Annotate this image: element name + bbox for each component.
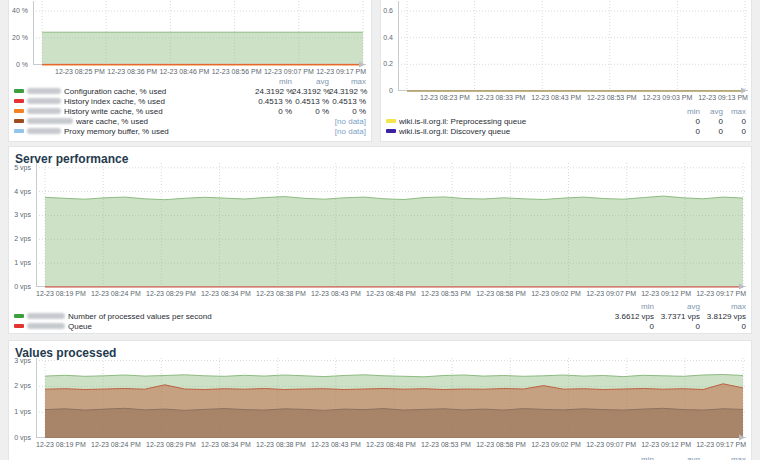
series-max: 0 xyxy=(700,322,746,331)
series-max: [no data] xyxy=(329,117,366,126)
legend-row: wiki.is-il.org.il: Discovery queue 0 0 0 xyxy=(386,126,746,136)
y-axis-labels: 0.60.40.20 xyxy=(361,1,393,91)
series-label: wiki.is-il.org.il: Discovery queue xyxy=(399,127,677,136)
series-min: 0 % xyxy=(255,107,292,116)
series-label: Queue xyxy=(68,322,608,331)
series-max: 3.8129 vps xyxy=(700,312,746,321)
series-max: 0 % xyxy=(329,107,366,116)
series-min: 0 xyxy=(677,127,700,136)
min-header: min xyxy=(608,302,654,311)
widget-server-performance: Server performance 5 vps4 vps3 vps2 vps1… xyxy=(8,146,752,334)
redacted-host-name xyxy=(27,88,61,94)
legend: min avg max Number of processed values p… xyxy=(14,302,746,331)
cache-usage-plot xyxy=(33,1,366,65)
series-label: ware cache, % used xyxy=(76,117,255,126)
x-axis-labels: 12-23 08:19 PM12-23 08:24 PM12-23 08:29 … xyxy=(36,441,746,448)
avg-header: avg xyxy=(654,302,700,311)
legend-row: History write cache, % used 0 % 0 % 0 % xyxy=(14,106,366,116)
series-marker xyxy=(14,89,24,93)
min-header: min xyxy=(608,455,654,460)
series-label: Proxy memory buffer, % used xyxy=(64,127,255,136)
series-marker xyxy=(386,129,396,133)
series-marker xyxy=(14,119,24,123)
series-label: History index cache, % used xyxy=(64,97,255,106)
series-min: 0 xyxy=(608,322,654,331)
x-axis-labels: 12-23 08:23 PM12-23 08:33 PM12-23 08:43 … xyxy=(398,94,748,101)
avg-header: avg xyxy=(700,107,723,116)
series-marker xyxy=(14,129,24,133)
y-axis-labels: 3 vps2 vps1 vps0 vps xyxy=(0,358,31,438)
avg-header: avg xyxy=(654,455,700,460)
max-header: max xyxy=(700,455,746,460)
series-max: 0 xyxy=(723,117,746,126)
series-avg: 0 xyxy=(700,127,723,136)
legend-row: wiki.is-il.org.il: Preprocessing queue 0… xyxy=(386,116,746,126)
y-axis-labels: 5 vps4 vps3 vps2 vps1 vps0 vps xyxy=(0,163,31,287)
x-axis-labels: 12-23 08:19 PM12-23 08:24 PM12-23 08:29 … xyxy=(36,290,746,297)
series-avg: 0 xyxy=(700,117,723,126)
series-marker xyxy=(14,324,24,328)
legend-row: ware cache, % used [no data] xyxy=(14,116,366,126)
series-label: Configuration cache, % used xyxy=(64,87,255,96)
series-marker xyxy=(14,99,24,103)
series-max: 0 xyxy=(723,127,746,136)
legend-row: History index cache, % used 0.4513 % 0.4… xyxy=(14,96,366,106)
legend-row: Proxy memory buffer, % used [no data] xyxy=(14,126,366,136)
values-processed-plot xyxy=(36,358,746,438)
queues-chart[interactable]: 0.60.40.20 12-23 08:23 PM12-23 08:33 PM1… xyxy=(398,1,748,91)
series-avg: 24.3192 % xyxy=(292,87,329,96)
redacted-host-name xyxy=(27,108,61,114)
series-label: History write cache, % used xyxy=(64,107,255,116)
redacted-host-name xyxy=(27,118,73,124)
x-axis-labels: 12-23 08:25 PM12-23 08:36 PM12-23 08:46 … xyxy=(33,68,366,75)
redacted-host-name xyxy=(27,323,65,329)
legend: min avg max xyxy=(14,455,746,460)
legend-row: Configuration cache, % used 24.3192 % 24… xyxy=(14,86,366,96)
legend-row: Queue 0 0 0 xyxy=(14,321,746,331)
min-header: min xyxy=(255,77,292,86)
max-header: max xyxy=(700,302,746,311)
max-header: max xyxy=(723,107,746,116)
series-avg: 0 % xyxy=(292,107,329,116)
series-label: wiki.is-il.org.il: Preprocessing queue xyxy=(399,117,677,126)
series-marker xyxy=(386,119,396,123)
legend: min avg max wiki.is-il.org.il: Preproces… xyxy=(386,107,746,136)
server-performance-chart[interactable]: 5 vps4 vps3 vps2 vps1 vps0 vps 12-23 08:… xyxy=(36,163,746,287)
legend-header: min avg max xyxy=(14,77,366,86)
queues-plot xyxy=(398,1,748,91)
min-header: min xyxy=(677,107,700,116)
avg-header: avg xyxy=(292,77,329,86)
series-marker xyxy=(14,314,24,318)
widget-queues: 0.60.40.20 12-23 08:23 PM12-23 08:33 PM1… xyxy=(380,0,752,142)
y-axis-labels: 40 %20 %0 % xyxy=(0,1,28,65)
server-performance-plot xyxy=(36,163,746,287)
series-min: 0 xyxy=(677,117,700,126)
series-avg: 0.4513 % xyxy=(292,97,329,106)
series-min: 0.4513 % xyxy=(255,97,292,106)
redacted-host-name xyxy=(27,313,65,319)
widget-values-processed: Values processed 3 vps2 vps1 vps0 vps 12… xyxy=(8,340,752,460)
series-max: [no data] xyxy=(329,127,366,136)
legend-row: Number of processed values per second 3.… xyxy=(14,311,746,321)
legend: min avg max Configuration cache, % used … xyxy=(14,77,366,136)
series-marker xyxy=(14,109,24,113)
series-min: 3.6612 vps xyxy=(608,312,654,321)
series-avg: 0 xyxy=(654,322,700,331)
legend-header: min avg max xyxy=(14,455,746,460)
values-processed-chart[interactable]: 3 vps2 vps1 vps0 vps 12-23 08:19 PM12-23… xyxy=(36,358,746,438)
series-avg: 3.7371 vps xyxy=(654,312,700,321)
series-label: Number of processed values per second xyxy=(68,312,608,321)
legend-header: min avg max xyxy=(14,302,746,311)
redacted-host-name xyxy=(27,128,61,134)
widget-cache-usage: 40 %20 %0 % 12-23 08:25 PM12-23 08:36 PM… xyxy=(8,0,372,142)
dashboard: { "labels": { "min": "min", "avg": "avg"… xyxy=(0,0,760,460)
legend-header: min avg max xyxy=(386,107,746,116)
series-min: 24.3192 % xyxy=(255,87,292,96)
redacted-host-name xyxy=(27,98,61,104)
cache-usage-chart[interactable]: 40 %20 %0 % 12-23 08:25 PM12-23 08:36 PM… xyxy=(33,1,366,65)
series-max: 0.4513 % xyxy=(329,97,366,106)
